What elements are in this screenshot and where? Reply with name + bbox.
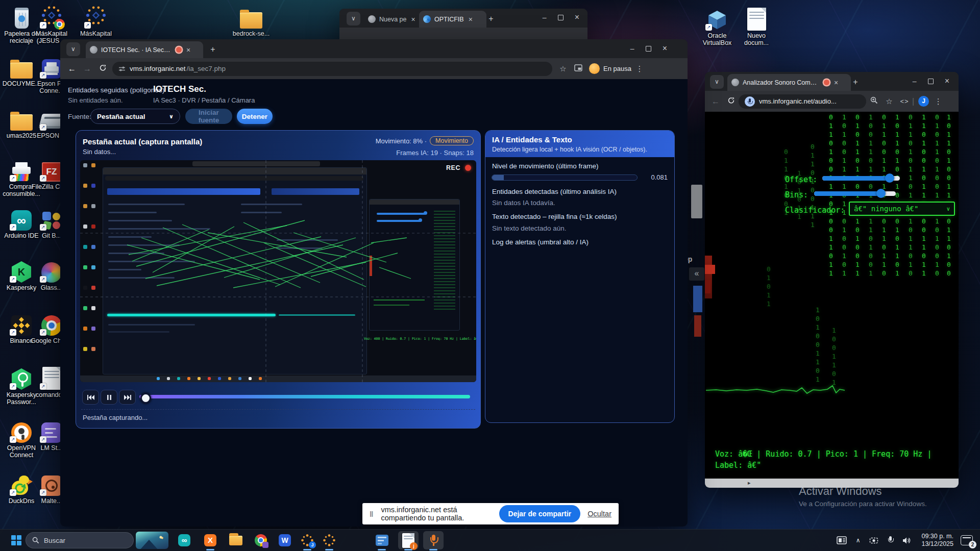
tab-favicon xyxy=(368,15,376,23)
shortcut-arrow-icon: ↗ xyxy=(84,22,91,29)
reload-button[interactable] xyxy=(95,64,110,73)
dev-code-icon[interactable]: <> xyxy=(897,97,912,105)
url-host: vms.inforganic.net xyxy=(130,65,186,72)
rec-dot-icon xyxy=(465,165,471,171)
shortcut-arrow-icon: ↗ xyxy=(10,489,16,496)
start-button[interactable] xyxy=(11,535,21,545)
taskbar-app-maskapital-j[interactable]: J xyxy=(297,531,317,549)
pause-button[interactable] xyxy=(101,390,117,405)
tab-opticfib[interactable]: OPTICFIB × xyxy=(419,11,486,28)
background-browser-window[interactable]: ∨ Nueva pe × OPTICFIB × + – × xyxy=(339,9,587,40)
new-tab-button[interactable]: + xyxy=(850,77,861,88)
taskbar-app-chrome[interactable] xyxy=(251,531,271,549)
tab-close-icon[interactable]: × xyxy=(468,15,474,23)
offset-slider-thumb[interactable] xyxy=(885,173,894,183)
page-title: IOTECH Sec. xyxy=(153,84,206,94)
close-button[interactable]: × xyxy=(663,44,667,53)
tab-analizador[interactable]: Analizador Sonoro Complet × xyxy=(727,74,851,91)
minimize-button[interactable]: – xyxy=(630,44,634,53)
offset-slider[interactable] xyxy=(822,176,900,181)
desktop-icon-bedrock-se[interactable]: bedrock-se... xyxy=(230,4,273,37)
new-tab-button[interactable]: + xyxy=(485,13,497,24)
stop-button[interactable]: Detener xyxy=(237,109,273,124)
taskbar-app-wokwi[interactable]: W xyxy=(275,531,295,549)
hide-banner-link[interactable]: Ocultar xyxy=(587,510,611,518)
collapse-arrows-fragment[interactable]: « xyxy=(689,267,704,281)
back-button[interactable]: ← xyxy=(64,64,80,73)
new-tab-button[interactable]: + xyxy=(207,44,218,55)
taskbar-app-presentation[interactable] xyxy=(372,531,392,549)
reload-button[interactable] xyxy=(723,96,739,106)
share-pause-icon: ‖ xyxy=(370,510,374,518)
classifier-select[interactable]: â€" ninguno â€" ∨ xyxy=(849,202,955,216)
taskbar-search[interactable]: Buscar xyxy=(26,532,134,548)
desktop-icon-m-skapital[interactable]: ↗MásKapital xyxy=(75,4,117,37)
next-frame-button[interactable] xyxy=(119,390,136,405)
tab-close-icon[interactable]: × xyxy=(410,15,416,23)
minimize-button[interactable]: – xyxy=(543,13,547,21)
tab-close-icon[interactable]: × xyxy=(833,79,839,87)
taskbar-app-explorer[interactable] xyxy=(226,531,246,549)
tray-chevron-up-icon[interactable]: ∧ xyxy=(856,537,861,544)
profile-chip[interactable]: En pausa xyxy=(589,63,631,74)
matrix-column: 1101001011010011011 xyxy=(920,113,927,278)
video-preview[interactable]: Voz: 400 | Ruido: 0.7 | Pico: 1 | Freq: … xyxy=(80,160,476,382)
close-button[interactable]: × xyxy=(575,13,579,22)
speaker-icon[interactable] xyxy=(902,537,912,544)
tab-close-icon[interactable]: × xyxy=(185,46,191,54)
menu-kebab-icon[interactable]: ⋮ xyxy=(634,64,645,73)
taskbar-app-doc-j[interactable]: j xyxy=(398,531,419,549)
tab-nueva-pestana[interactable]: Nueva pe × xyxy=(364,11,423,28)
notification-center-icon[interactable]: 2 xyxy=(961,535,973,545)
start-source-button[interactable]: Iniciar fuente xyxy=(185,109,232,124)
menu-kebab-icon[interactable]: ⋮ xyxy=(933,97,943,106)
tab-search-button[interactable]: ∨ xyxy=(66,42,80,56)
hidden-window-scrollbar-fragment xyxy=(691,185,702,218)
background-window-toolbar-sliver xyxy=(339,28,587,40)
bookmark-star-icon[interactable]: ☆ xyxy=(555,64,571,73)
taskbar-app-arduino[interactable]: ∞ xyxy=(174,531,194,549)
close-button[interactable]: × xyxy=(945,77,949,86)
search-highlight-image[interactable] xyxy=(136,532,168,549)
taskbar-app-xampp[interactable]: X xyxy=(200,531,220,549)
desktop-icon-m-skapital-jesus[interactable]: ↗MásKapital (JESUS ... xyxy=(30,4,73,44)
scroll-arrow-icon[interactable]: ▸ xyxy=(748,480,751,486)
bookmark-star-icon[interactable]: ☆ xyxy=(881,97,897,106)
screen-record-icon[interactable] xyxy=(869,537,878,544)
tab-search-button[interactable]: ∨ xyxy=(710,75,724,89)
profile-avatar[interactable]: J xyxy=(918,96,929,107)
taskbar-app-microphone[interactable] xyxy=(423,531,444,549)
widgets-icon[interactable] xyxy=(837,536,847,544)
window-controls: – × xyxy=(543,13,579,22)
bins-slider[interactable] xyxy=(814,191,896,196)
zoom-icon[interactable] xyxy=(866,96,881,106)
pause-icon xyxy=(107,395,111,400)
url-bar[interactable]: vms.inforganic.net/ia_sec7.php xyxy=(112,62,552,76)
tab-search-button[interactable]: ∨ xyxy=(347,12,360,26)
maximize-button[interactable] xyxy=(558,15,564,20)
main-browser-window[interactable]: ∨ IOTECH Sec. · IA Sec3 – DVR × + – × ← … xyxy=(60,39,688,527)
desktop-icon-nuevo-docum[interactable]: Nuevo docum... xyxy=(735,6,778,46)
tab-iotech[interactable]: IOTECH Sec. · IA Sec3 – DVR × xyxy=(86,41,203,58)
forward-button[interactable]: → xyxy=(80,64,95,73)
movement-meta: Movimiento: 8% · Movimiento xyxy=(376,136,474,145)
tray-microphone-icon[interactable] xyxy=(888,536,893,544)
stop-sharing-button[interactable]: Dejar de compartir xyxy=(499,505,581,522)
analyzer-window[interactable]: ∨ Analizador Sonoro Complet × + – × ← vm… xyxy=(705,72,959,488)
bins-label: Bins: xyxy=(785,190,808,199)
maximize-button[interactable] xyxy=(646,46,651,52)
maximize-button[interactable] xyxy=(928,79,934,84)
url-bar[interactable]: vms.inforganic.net/audio... xyxy=(739,94,866,109)
minimize-button[interactable]: – xyxy=(913,77,917,85)
timeline-thumb[interactable] xyxy=(140,393,151,404)
prev-frame-button[interactable] xyxy=(82,390,99,405)
pip-icon[interactable] xyxy=(571,64,586,73)
back-button[interactable]: ← xyxy=(708,97,723,106)
desktop-icon-oracle-virtualbox[interactable]: ↗Oracle VirtualBox xyxy=(696,6,739,46)
taskbar-clock[interactable]: 09:30 p. m. 13/12/2025 xyxy=(921,533,953,548)
timeline-slider[interactable] xyxy=(139,395,470,398)
shortcut-arrow-icon: ↗ xyxy=(10,436,16,443)
chrome-badge-icon xyxy=(54,19,65,30)
source-select[interactable]: Pestaña actual ∨ xyxy=(90,109,180,124)
taskbar-app-maskapital[interactable] xyxy=(319,531,339,549)
